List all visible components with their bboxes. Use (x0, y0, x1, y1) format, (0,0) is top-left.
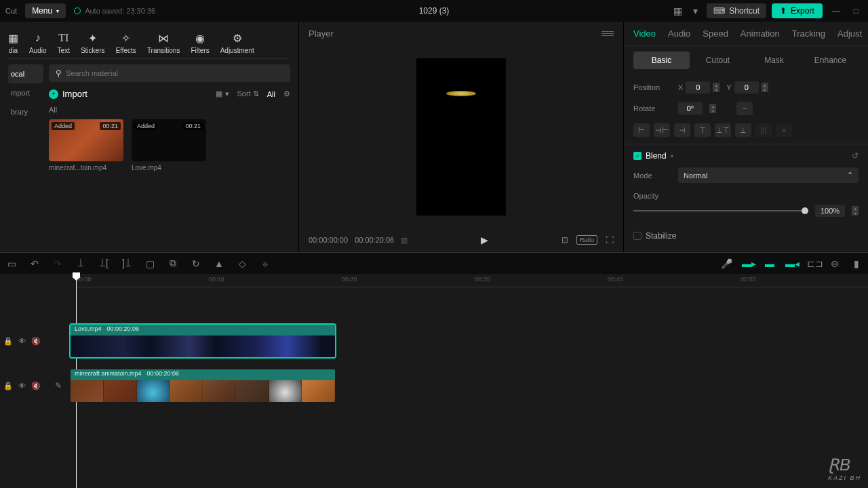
track-visible-icon[interactable]: 👁 (18, 382, 26, 390)
side-tab-library[interactable]: brary (8, 102, 43, 121)
mirror-icon[interactable]: ▲ (213, 258, 225, 269)
side-tab-import[interactable]: mport (8, 83, 43, 102)
align-left-icon[interactable]: ⊢ (633, 123, 650, 137)
play-button[interactable]: ▶ (481, 235, 488, 245)
delete-icon[interactable]: ▢ (144, 258, 156, 269)
tab-video[interactable]: Video (633, 28, 656, 39)
opacity-value[interactable]: 100% (815, 205, 845, 217)
align-center-h-icon[interactable]: ⊣⊢ (654, 123, 670, 137)
opacity-step-down[interactable]: ▾ (852, 211, 859, 216)
y-step-up[interactable]: ▴ (762, 83, 768, 87)
blend-mode-select[interactable]: Normal⌃ (678, 167, 859, 183)
align-right-icon[interactable]: ⊣ (674, 123, 690, 137)
rotate-reset-icon[interactable]: − (736, 102, 753, 115)
nav-media[interactable]: ▦dia (8, 31, 18, 54)
zoom-slider-icon[interactable]: ▮ (850, 258, 863, 269)
nav-text[interactable]: TIText (58, 31, 70, 54)
shortcut-button[interactable]: ⌨ Shortcut (707, 3, 766, 18)
timeline-clip[interactable]: minecraft animatoin.mp4 00:00:20:06 (69, 368, 336, 403)
redo-icon[interactable]: ↷ (52, 258, 64, 269)
subtab-enhance[interactable]: Enhance (802, 52, 859, 69)
search-input[interactable] (66, 69, 283, 77)
compare-icon[interactable]: ▥ (401, 236, 408, 245)
filter-all-button[interactable]: All (267, 90, 275, 98)
maximize-button[interactable]: □ (850, 6, 863, 16)
align-top-icon[interactable]: ⊤ (694, 123, 711, 137)
timeline-ruler[interactable]: 00:00 00:10 00:20 00:30 00:40 00:50 (76, 274, 868, 287)
tab-speed[interactable]: Speed (703, 28, 728, 39)
x-step-down[interactable]: ▾ (713, 87, 719, 92)
stabilize-checkbox[interactable] (633, 232, 642, 240)
reverse-icon[interactable]: ↻ (190, 258, 202, 269)
opacity-step-up[interactable]: ▴ (852, 206, 859, 211)
distribute-v-icon[interactable]: ≡ (776, 123, 792, 137)
minimize-button[interactable]: — (828, 6, 844, 16)
track-toggle-2-icon[interactable]: ▬ (764, 258, 776, 269)
blend-reset-icon[interactable]: ↺ (852, 151, 859, 161)
track-visible-icon[interactable]: 👁 (18, 337, 26, 346)
layout-dropdown[interactable]: ▾ (689, 5, 701, 16)
magnet-icon[interactable]: ⊏⊐ (807, 258, 819, 269)
copy-icon[interactable]: ⧉ (167, 258, 179, 269)
subtab-basic[interactable]: Basic (633, 52, 690, 69)
opacity-slider[interactable] (633, 210, 808, 211)
nav-adjustment[interactable]: ⚙Adjustment (220, 31, 254, 54)
rotate-icon[interactable]: ◇ (236, 258, 248, 269)
crop-icon[interactable]: ⟐ (259, 258, 271, 269)
position-y-input[interactable] (734, 81, 759, 94)
rotate-step-up[interactable]: ▴ (709, 104, 716, 108)
timeline-clip[interactable]: Love.mp4 00:00:20:06 (69, 323, 336, 359)
align-center-v-icon[interactable]: ⊥⊤ (715, 123, 731, 137)
split-icon[interactable]: ⟘ (75, 258, 87, 269)
undo-icon[interactable]: ↶ (28, 258, 41, 269)
media-item[interactable]: Added 00:21 Love.mp4 (132, 119, 206, 171)
tab-tracking[interactable]: Tracking (792, 28, 825, 39)
align-bottom-icon[interactable]: ⊥ (735, 123, 751, 137)
track-toggle-1-icon[interactable]: ▬▸ (742, 258, 754, 269)
nav-audio[interactable]: ♪Audio (29, 31, 47, 54)
search-input-container[interactable]: ⚲ (49, 64, 290, 82)
import-button[interactable]: + Import (49, 89, 87, 99)
rotate-step-down[interactable]: ▾ (709, 108, 716, 113)
track-lock-icon[interactable]: 🔒 (3, 382, 13, 390)
snapshot-icon[interactable]: ⊡ (561, 235, 568, 245)
split-left-icon[interactable]: ⟘[ (98, 258, 110, 269)
nav-transitions[interactable]: ⋈Transitions (147, 31, 180, 54)
grid-view-icon[interactable]: ▦ ▾ (216, 89, 229, 98)
subtab-mask[interactable]: Mask (746, 52, 802, 69)
player-menu-icon[interactable] (601, 31, 614, 36)
fullscreen-icon[interactable]: ⛶ (606, 235, 614, 245)
nav-filters[interactable]: ◉Filters (191, 31, 209, 54)
menu-button[interactable]: Menu (25, 3, 66, 18)
subtab-cutout[interactable]: Cutout (690, 52, 746, 69)
track-mute-icon[interactable]: 🔇 (31, 337, 41, 346)
y-step-down[interactable]: ▾ (762, 87, 768, 92)
track-edit-icon[interactable]: ✎ (55, 381, 62, 390)
tab-adjust[interactable]: Adjust (837, 28, 862, 39)
blend-checkbox[interactable]: ✓ (633, 152, 642, 160)
side-tab-local[interactable]: ocal (8, 64, 43, 83)
split-right-icon[interactable]: ]⟘ (121, 258, 133, 269)
player-viewport[interactable] (299, 45, 623, 228)
track-mute-icon[interactable]: 🔇 (31, 382, 41, 390)
x-step-up[interactable]: ▴ (713, 83, 719, 87)
rotate-input[interactable] (678, 102, 703, 115)
track-lock-icon[interactable]: 🔒 (3, 337, 13, 346)
zoom-out-icon[interactable]: ⊖ (829, 258, 841, 269)
sort-button[interactable]: Sort ⇅ (237, 89, 259, 98)
selection-tool-icon[interactable]: ▭ (5, 258, 18, 269)
track-toggle-3-icon[interactable]: ▬◂ (785, 258, 797, 269)
export-button[interactable]: ⬆ Export (772, 3, 823, 18)
tab-animation[interactable]: Animation (741, 28, 780, 39)
nav-stickers[interactable]: ✦Stickers (81, 31, 105, 54)
ratio-button[interactable]: Ratio (576, 235, 597, 245)
filter-icon[interactable]: ⚙ (283, 89, 290, 98)
distribute-h-icon[interactable]: ||| (755, 123, 772, 137)
nav-effects[interactable]: ✧Effects (115, 31, 136, 54)
mic-icon[interactable]: 🎤 (720, 258, 732, 269)
tab-audio[interactable]: Audio (668, 28, 690, 39)
layout-icon[interactable]: ▦ (671, 5, 684, 16)
duration-badge: 00:21 (182, 122, 203, 130)
media-item[interactable]: Added 00:21 minecraf...toin.mp4 (49, 119, 123, 171)
position-x-input[interactable] (686, 81, 710, 94)
